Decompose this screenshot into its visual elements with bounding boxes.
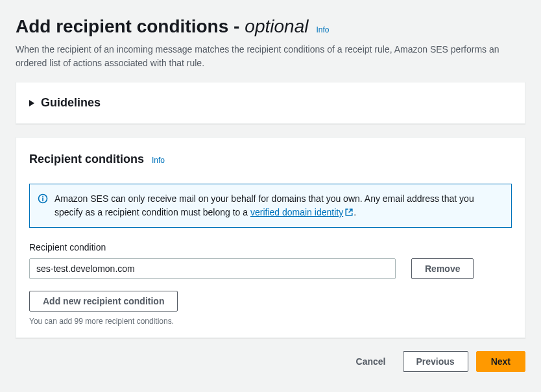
page-description: When the recipient of an incoming messag… — [16, 43, 522, 70]
info-icon — [38, 193, 48, 204]
page-info-link[interactable]: Info — [316, 24, 329, 36]
previous-button[interactable]: Previous — [403, 351, 468, 372]
caret-right-icon — [29, 100, 34, 106]
verified-domain-link[interactable]: verified domain identity — [250, 207, 354, 217]
recipient-condition-row: Remove — [29, 258, 512, 279]
guidelines-title: Guidelines — [41, 94, 101, 112]
external-link-icon — [344, 207, 354, 216]
cancel-button[interactable]: Cancel — [347, 352, 395, 371]
svg-point-2 — [42, 196, 43, 197]
conditions-info-link[interactable]: Info — [152, 154, 165, 166]
guidelines-toggle[interactable]: Guidelines — [29, 94, 512, 112]
page-title: Add recipient conditions - optional Info — [16, 13, 525, 40]
footer-actions: Cancel Previous Next — [16, 351, 525, 372]
conditions-title: Recipient conditions Info — [29, 151, 512, 168]
title-optional: optional — [245, 13, 308, 40]
info-box: Amazon SES can only receive mail on your… — [29, 184, 512, 228]
recipient-condition-input[interactable] — [29, 258, 396, 279]
next-button[interactable]: Next — [476, 351, 525, 372]
recipient-conditions-panel: Recipient conditions Info Amazon SES can… — [16, 137, 525, 338]
title-main: Add recipient conditions - — [16, 13, 239, 40]
guidelines-panel: Guidelines — [16, 82, 525, 124]
remove-button[interactable]: Remove — [411, 258, 474, 279]
conditions-title-text: Recipient conditions — [29, 151, 144, 168]
add-recipient-button[interactable]: Add new recipient condition — [29, 291, 178, 312]
recipient-condition-label: Recipient condition — [29, 241, 512, 254]
info-box-text-2: . — [354, 207, 356, 217]
info-box-text: Amazon SES can only receive mail on your… — [54, 192, 501, 219]
helper-text: You can add 99 more recipient conditions… — [29, 315, 512, 327]
